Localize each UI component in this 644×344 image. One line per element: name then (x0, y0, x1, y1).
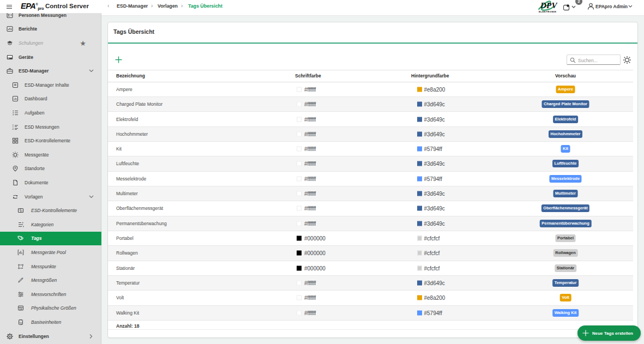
svg-text:kg: kg (20, 322, 22, 324)
svg-text:2: 2 (13, 127, 14, 130)
svg-text:1: 1 (13, 124, 14, 126)
